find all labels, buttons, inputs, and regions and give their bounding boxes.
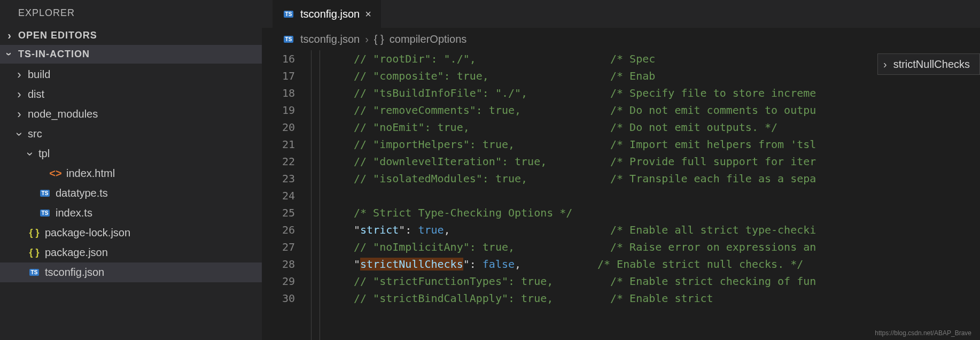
file-item[interactable]: TSdatatype.ts	[0, 183, 262, 203]
folder-item[interactable]: tpl	[0, 144, 262, 164]
code-line[interactable]: "strictNullChecks": false,/* Enable stri…	[328, 256, 980, 273]
html-icon: <>	[49, 167, 62, 180]
tree-item-label: datatype.ts	[56, 187, 108, 199]
line-number-gutter: 161718192021222324252627282930	[262, 50, 309, 340]
open-editors-header[interactable]: OPEN EDITORS	[0, 26, 262, 45]
tree-item-label: package-lock.json	[45, 227, 130, 239]
file-item[interactable]: <>index.html	[0, 164, 262, 183]
code-line[interactable]: // "removeComments": true,/* Do not emit…	[328, 102, 980, 119]
tree-item-label: build	[28, 68, 50, 81]
file-item[interactable]: { }package.json	[0, 243, 262, 262]
json-icon: { }	[28, 227, 41, 238]
code-line[interactable]: /* Strict Type-Checking Options */	[328, 204, 980, 221]
code-line[interactable]: // "downlevelIteration": true,/* Provide…	[328, 153, 980, 170]
tree-item-label: index.html	[66, 167, 115, 180]
tree-item-label: src	[28, 128, 42, 140]
tab-bar: TS tsconfig.json ×	[262, 0, 980, 28]
line-number: 21	[262, 136, 295, 153]
breadcrumb[interactable]: TS tsconfig.json › { } compilerOptions	[262, 28, 980, 50]
folder-item[interactable]: node_modules	[0, 104, 262, 124]
trailing-comment: /* Transpile each file as a sepa	[610, 170, 816, 187]
file-item[interactable]: TSindex.ts	[0, 203, 262, 223]
watermark: https://blog.csdn.net/ABAP_Brave	[875, 329, 971, 337]
chevron-right-icon[interactable]	[15, 68, 24, 82]
line-number: 22	[262, 153, 295, 170]
trailing-comment: /* Do not emit outputs. */	[610, 119, 777, 136]
project-header[interactable]: TS-IN-ACTION	[0, 45, 262, 64]
close-icon[interactable]: ×	[365, 8, 371, 20]
breadcrumb-symbol[interactable]: compilerOptions	[390, 33, 467, 45]
tree-item-label: index.ts	[56, 207, 92, 219]
line-number: 25	[262, 204, 295, 221]
tree-item-label: package.json	[45, 246, 108, 259]
trailing-comment: /* Enable strict	[610, 290, 713, 307]
trailing-comment: /* Enab	[610, 67, 655, 84]
tab-tsconfig[interactable]: TS tsconfig.json ×	[273, 0, 381, 28]
line-number: 27	[262, 238, 295, 256]
tree-item-label: dist	[28, 88, 44, 101]
line-number: 19	[262, 102, 295, 119]
tree-item-label: node_modules	[28, 108, 98, 120]
line-number: 29	[262, 273, 295, 290]
file-item[interactable]: TStsconfig.json	[0, 262, 262, 282]
trailing-comment: /* Enable strict checking of fun	[610, 273, 816, 290]
open-editors-label: OPEN EDITORS	[18, 30, 97, 41]
folder-item[interactable]: build	[0, 65, 262, 84]
file-item[interactable]: { }package-lock.json	[0, 223, 262, 243]
ts-icon: TS	[282, 11, 295, 18]
folder-item[interactable]: src	[0, 124, 262, 144]
tree-item-label: tsconfig.json	[45, 266, 104, 279]
line-number: 28	[262, 256, 295, 273]
project-label: TS-IN-ACTION	[18, 49, 90, 60]
ts-icon: TS	[38, 210, 51, 217]
line-number: 30	[262, 290, 295, 307]
code-editor[interactable]: 161718192021222324252627282930 // "rootD…	[262, 50, 980, 340]
code-line[interactable]: // "isolatedModules": true,/* Transpile …	[328, 170, 980, 187]
json-icon: { }	[28, 247, 41, 258]
code-content[interactable]: // "rootDir": "./",/* Spec// "composite"…	[328, 50, 980, 340]
code-line[interactable]: // "noImplicitAny": true,/* Raise error …	[328, 238, 980, 256]
ts-icon: TS	[28, 269, 41, 276]
fold-strip[interactable]	[309, 50, 328, 340]
suggestion-popup[interactable]: › strictNullChecks	[877, 53, 980, 75]
chevron-down-icon	[5, 48, 14, 60]
line-number: 20	[262, 119, 295, 136]
chevron-right-icon[interactable]	[15, 88, 24, 102]
ts-icon: TS	[282, 36, 295, 43]
breadcrumb-file[interactable]: tsconfig.json	[300, 33, 360, 45]
chevron-right-icon: ›	[883, 58, 887, 71]
code-line[interactable]: // "strictFunctionTypes": true,/* Enable…	[328, 273, 980, 290]
suggestion-label: strictNullChecks	[893, 58, 970, 71]
chevron-right-icon	[5, 29, 14, 42]
code-line[interactable]: "strict": true,/* Enable all strict type…	[328, 221, 980, 238]
line-number: 23	[262, 170, 295, 187]
chevron-down-icon[interactable]	[26, 147, 34, 161]
line-number: 17	[262, 67, 295, 84]
line-number: 16	[262, 50, 295, 67]
trailing-comment: /* Import emit helpers from 'tsl	[610, 136, 816, 153]
explorer-sidebar: EXPLORER OPEN EDITORS TS-IN-ACTION build…	[0, 0, 262, 340]
chevron-right-icon[interactable]	[15, 107, 24, 121]
tree-item-label: tpl	[38, 148, 50, 160]
code-line[interactable]	[328, 187, 980, 204]
trailing-comment: /* Do not emit comments to outpu	[610, 102, 816, 119]
chevron-down-icon[interactable]	[15, 127, 24, 141]
editor-area: TS tsconfig.json × TS tsconfig.json › { …	[262, 0, 980, 340]
trailing-comment: /* Raise error on expressions an	[610, 238, 816, 256]
line-number: 26	[262, 221, 295, 238]
trailing-comment: /* Specify file to store increme	[610, 84, 816, 102]
code-line[interactable]: // "noEmit": true,/* Do not emit outputs…	[328, 119, 980, 136]
tab-label: tsconfig.json	[300, 8, 360, 20]
chevron-right-icon: ›	[365, 33, 369, 45]
braces-icon: { }	[374, 33, 384, 45]
folder-item[interactable]: dist	[0, 84, 262, 104]
code-line[interactable]: // "importHelpers": true,/* Import emit …	[328, 136, 980, 153]
ts-icon: TS	[38, 190, 51, 197]
file-tree: builddistnode_modulessrctpl<>index.htmlT…	[0, 64, 262, 282]
code-line[interactable]: // "tsBuildInfoFile": "./",/* Specify fi…	[328, 84, 980, 102]
line-number: 24	[262, 187, 295, 204]
code-line[interactable]: // "strictBindCallApply": true,/* Enable…	[328, 290, 980, 307]
trailing-comment: /* Provide full support for iter	[610, 153, 816, 170]
app-root: EXPLORER OPEN EDITORS TS-IN-ACTION build…	[0, 0, 980, 340]
trailing-comment: /* Spec	[610, 50, 655, 67]
